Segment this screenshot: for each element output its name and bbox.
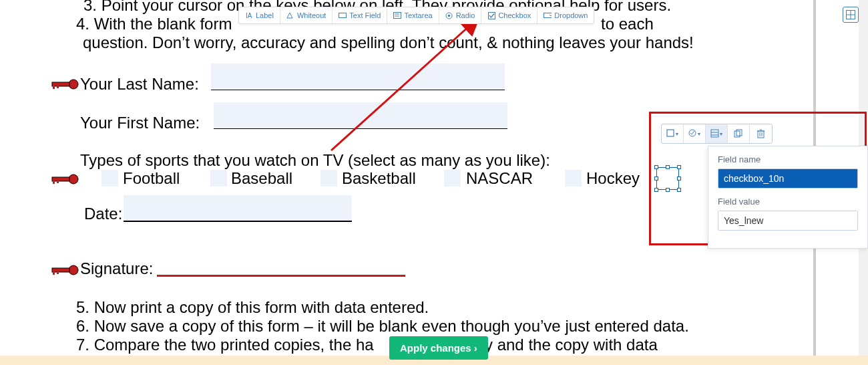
key-icon (51, 78, 80, 91)
dropdown-icon (544, 12, 552, 19)
svg-point-4 (69, 174, 78, 184)
key-icon (51, 263, 80, 277)
label-basketball: Basketball (342, 169, 416, 188)
key-icon (51, 172, 80, 186)
label-football: Football (123, 169, 180, 188)
mini-delete[interactable] (750, 124, 772, 143)
textarea-icon (393, 12, 401, 19)
mini-boxstyle[interactable]: ▾ (662, 124, 684, 143)
checkbox-hockey[interactable] (565, 170, 582, 187)
svg-text:IA: IA (246, 12, 252, 19)
grid-toggle-button[interactable] (843, 7, 859, 23)
label-nascar: NASCAR (466, 169, 533, 188)
svg-rect-13 (339, 13, 347, 17)
svg-point-0 (69, 80, 78, 89)
svg-rect-11 (57, 271, 59, 274)
first-name-label: Your First Name: (80, 114, 200, 132)
tool-radio-text: Radio (456, 11, 475, 19)
tool-label[interactable]: IA Label (239, 7, 280, 23)
checkbox-football[interactable] (101, 170, 118, 187)
field-toolbar: IA Label Whiteout Text Field Textarea Ra… (238, 7, 594, 24)
label-hockey: Hockey (586, 169, 640, 188)
svg-point-8 (69, 265, 78, 275)
last-name-label: Your Last Name: (80, 75, 199, 94)
properties-panel: Field name Field value (708, 146, 868, 249)
doc-line-5: 5. Now print a copy of this form with da… (76, 298, 429, 317)
last-name-input[interactable] (211, 64, 505, 90)
tool-label-text: Label (256, 11, 274, 19)
checkbox-nascar[interactable] (444, 170, 461, 187)
tool-whiteout[interactable]: Whiteout (280, 7, 333, 23)
radio-icon (445, 12, 453, 19)
apply-changes-button[interactable]: Apply changes › (389, 336, 488, 360)
signature-label: Signature: (80, 259, 153, 278)
document-canvas[interactable]: 3. Point your cursor on the keys below o… (0, 0, 815, 365)
svg-point-18 (448, 14, 451, 17)
textfield-icon (339, 12, 347, 19)
tool-whiteout-text: Whiteout (297, 11, 326, 19)
apply-changes-label: Apply changes (400, 342, 471, 354)
doc-line-7a: 7. Compare the two printed copies, the h… (76, 336, 374, 354)
tool-dropdown[interactable]: Dropdown (537, 7, 594, 23)
doc-line-4b: to each (601, 15, 654, 33)
sports-label: Types of sports that you watch on TV (se… (80, 151, 550, 170)
tool-checkbox-text: Checkbox (498, 11, 531, 19)
field-value-label: Field value (718, 197, 858, 207)
mini-required[interactable]: ▾ (684, 124, 706, 143)
signature-line[interactable] (157, 275, 405, 277)
svg-rect-14 (394, 13, 401, 19)
doc-line-7b: y and the copy with data (485, 336, 658, 354)
grid-icon (846, 10, 855, 19)
doc-line-6: 6. Now save a copy of this form – it wil… (76, 317, 689, 336)
date-input[interactable] (124, 195, 352, 221)
field-mini-toolbar: ▾ ▾ ▾ (661, 124, 773, 144)
tool-checkbox[interactable]: Checkbox (481, 7, 537, 23)
doc-line-4c: question. Don’t worry, accuracy and spel… (83, 33, 694, 52)
svg-rect-2 (53, 86, 55, 89)
tool-textarea[interactable]: Textarea (387, 7, 439, 23)
svg-rect-7 (57, 180, 59, 183)
tool-textfield-text: Text Field (349, 11, 381, 19)
checkbox-basketball[interactable] (320, 170, 337, 187)
svg-rect-22 (667, 130, 674, 136)
svg-rect-24 (711, 130, 718, 137)
chevron-right-icon: › (474, 342, 477, 354)
svg-rect-6 (53, 180, 55, 184)
checkbox-baseball[interactable] (210, 170, 227, 187)
tool-textarea-text: Textarea (404, 11, 432, 19)
whiteout-icon (286, 12, 294, 19)
first-name-input[interactable] (214, 102, 507, 129)
doc-line-4a: 4. With the blank form (76, 15, 232, 33)
svg-rect-28 (736, 130, 742, 136)
selected-checkbox-field[interactable] (656, 167, 679, 190)
field-value-input[interactable] (718, 211, 858, 231)
tool-textfield[interactable]: Text Field (333, 7, 387, 23)
svg-rect-3 (57, 86, 59, 88)
field-name-label: Field name (718, 154, 858, 164)
field-name-input[interactable] (718, 168, 858, 189)
mini-copy[interactable] (728, 124, 750, 143)
svg-rect-29 (758, 131, 764, 138)
label-baseball: Baseball (231, 169, 292, 188)
tool-dropdown-text: Dropdown (554, 11, 588, 19)
mini-properties[interactable]: ▾ (706, 124, 728, 143)
tool-radio[interactable]: Radio (439, 7, 482, 23)
checkbox-icon (487, 12, 495, 19)
svg-rect-27 (734, 131, 740, 137)
svg-rect-10 (53, 271, 55, 275)
date-label: Date: (84, 205, 122, 223)
label-icon: IA (245, 12, 253, 19)
